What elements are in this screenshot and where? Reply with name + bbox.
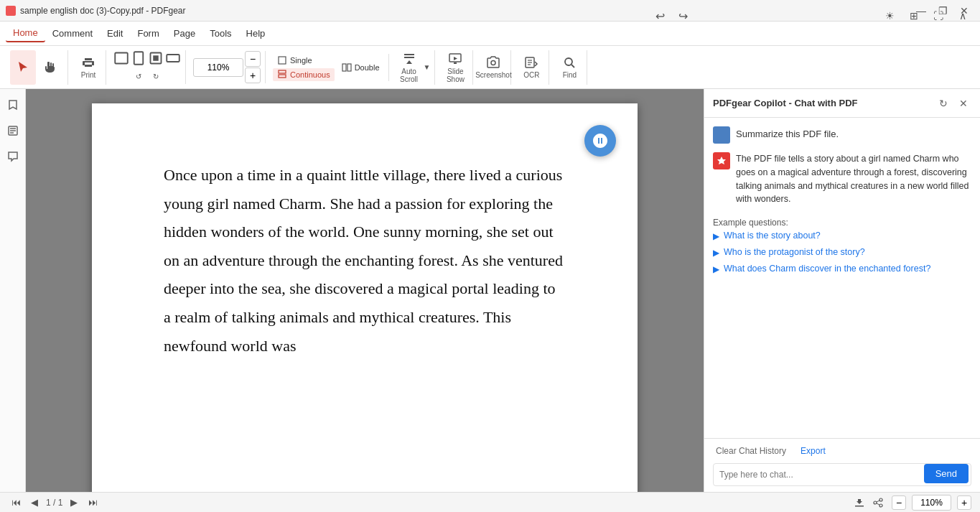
menu-bar: Home Comment Edit Form Page Tools Help (0, 22, 980, 46)
find-button[interactable]: Find (556, 50, 582, 85)
layout-icon: ⊞ (910, 10, 918, 22)
copilot-fab-button[interactable] (584, 125, 616, 157)
pdf-area[interactable]: Once upon a time in a quaint little vill… (26, 89, 704, 492)
next-page-button[interactable]: ▶ (67, 495, 81, 510)
slide-show-button[interactable]: Slide Show (442, 50, 468, 85)
menu-form[interactable]: Form (130, 25, 166, 42)
zoom-in-status-button[interactable]: + (957, 495, 971, 510)
zoom-input[interactable] (193, 58, 243, 77)
single-view-icon (277, 55, 287, 65)
zoom-input-group: − + (189, 51, 266, 83)
actual-size-button[interactable] (148, 50, 164, 66)
copilot-close-button[interactable]: ✕ (956, 96, 971, 111)
share-icon (873, 498, 883, 508)
svg-rect-5 (279, 57, 286, 64)
print-button[interactable]: Print (75, 50, 101, 85)
download-icon (854, 498, 864, 508)
fullscreen-button[interactable]: ⛶ (928, 6, 948, 26)
svg-rect-8 (342, 64, 346, 71)
menu-comment[interactable]: Comment (45, 25, 100, 42)
menu-help[interactable]: Help (239, 25, 273, 42)
fit-page-icon (131, 51, 146, 65)
zoom-control: − + (193, 51, 261, 83)
export-button[interactable]: Export (798, 444, 829, 457)
footer-actions: Clear Chat History Export (713, 444, 971, 457)
copilot-refresh-button[interactable]: ↻ (935, 96, 951, 111)
bookmark-sidebar-icon[interactable] (3, 95, 23, 115)
print-icon (81, 55, 95, 70)
prev-page-button[interactable]: ◀ (27, 495, 42, 510)
layout-button[interactable]: ⊞ (904, 6, 924, 26)
auto-scroll-button[interactable]: Auto Scroll (396, 50, 422, 85)
cursor-tools-group (6, 50, 68, 85)
example-question-1[interactable]: ▶ What is the story about? (713, 228, 971, 244)
undo-button[interactable]: ↩ (650, 6, 670, 26)
zoom-status-input[interactable] (912, 495, 951, 511)
svg-point-26 (879, 498, 882, 501)
brightness-button[interactable]: ☀ (879, 6, 900, 26)
svg-point-28 (879, 504, 882, 507)
redo-button[interactable]: ↪ (673, 6, 693, 26)
menu-home[interactable]: Home (6, 24, 45, 42)
auto-scroll-label: Auto Scroll (396, 68, 422, 83)
ocr-label: OCR (523, 71, 539, 79)
hand-tool-button[interactable] (37, 50, 63, 85)
collapse-button[interactable]: ∧ (953, 6, 973, 26)
double-view-button[interactable]: Double (337, 61, 384, 74)
find-group: Find (552, 50, 587, 85)
user-message: Summarize this PDF file. (713, 126, 971, 144)
single-view-button[interactable]: Single (273, 54, 335, 67)
rotate-cw-icon: ↻ (153, 73, 159, 80)
status-share-button[interactable] (870, 495, 886, 511)
example-question-2[interactable]: ▶ Who is the protagonist of the story? (713, 244, 971, 261)
continuous-view-button[interactable]: Continuous (273, 68, 335, 81)
menu-tools[interactable]: Tools (202, 25, 238, 42)
first-page-button[interactable]: ⏮ (9, 495, 23, 510)
auto-scroll-dropdown[interactable]: ▼ (424, 63, 431, 71)
select-tool-button[interactable] (10, 50, 36, 85)
ai-message-text: The PDF file tells a story about a girl … (736, 152, 971, 206)
svg-rect-9 (347, 64, 351, 71)
fit-page-button[interactable] (131, 50, 146, 66)
ocr-button[interactable]: OCR (518, 50, 544, 85)
fit-width-icon (114, 51, 129, 65)
refresh-icon: ↻ (939, 98, 948, 109)
svg-point-27 (874, 501, 877, 504)
screenshot-button[interactable]: Screenshot (480, 50, 506, 85)
example-question-3[interactable]: ▶ What does Charm discover in the enchan… (713, 261, 971, 277)
double-view-icon (342, 62, 352, 73)
continuous-view-label: Continuous (290, 70, 330, 79)
zoom-increase-button[interactable]: + (245, 68, 261, 83)
status-download-button[interactable] (851, 495, 867, 511)
print-label: Print (81, 71, 96, 79)
svg-rect-6 (279, 70, 286, 73)
fit-width-button[interactable] (113, 50, 129, 66)
clear-history-button[interactable]: Clear Chat History (713, 444, 789, 457)
actual-size-icon (149, 51, 163, 65)
rotate-row: ↺ ↻ (131, 68, 164, 84)
rotate-cw-button[interactable]: ↻ (148, 68, 164, 84)
menu-page[interactable]: Page (167, 25, 202, 42)
rotate-ccw-button[interactable]: ↺ (131, 68, 146, 84)
zoom-decrease-button[interactable]: − (245, 51, 261, 67)
copilot-fab-icon (592, 132, 609, 149)
single-view-label: Single (290, 56, 312, 65)
pages-icon (7, 125, 19, 136)
last-page-button[interactable]: ⏭ (85, 495, 100, 510)
svg-point-14 (491, 61, 495, 65)
svg-rect-0 (115, 53, 128, 64)
brightness-icon: ☀ (885, 10, 895, 22)
left-sidebar (0, 89, 26, 492)
cursor-icon (16, 60, 30, 75)
svg-rect-25 (855, 506, 864, 507)
pdf-page: Once upon a time in a quaint little vill… (92, 103, 638, 492)
comments-sidebar-icon[interactable] (3, 146, 23, 167)
continuous-view-icon (277, 70, 287, 80)
menu-edit[interactable]: Edit (100, 25, 130, 42)
pages-sidebar-icon[interactable] (3, 121, 23, 141)
ocr-icon (524, 55, 538, 70)
wide-view-button[interactable] (165, 50, 181, 66)
collapse-icon: ∧ (959, 10, 966, 22)
zoom-out-status-button[interactable]: − (892, 495, 906, 510)
send-button[interactable]: Send (924, 464, 969, 483)
